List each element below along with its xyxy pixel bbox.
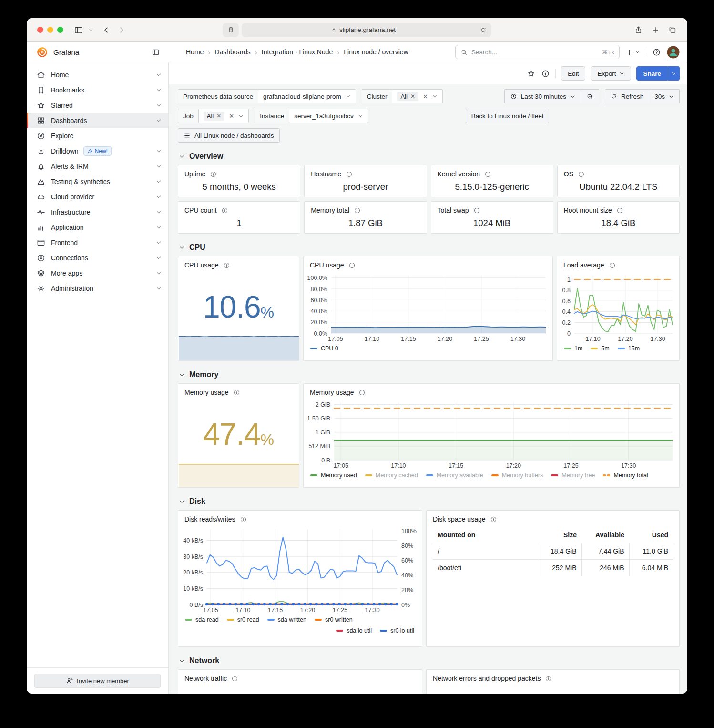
info-icon[interactable] xyxy=(616,207,623,214)
sidebar-item-connections[interactable]: Connections xyxy=(27,250,168,266)
edit-button[interactable]: Edit xyxy=(561,66,585,81)
legend-item[interactable]: sr0 read xyxy=(227,616,259,623)
help-icon[interactable] xyxy=(652,48,661,57)
table-header[interactable]: Mounted on xyxy=(433,527,538,543)
chevron-down-icon[interactable] xyxy=(156,87,162,93)
chevron-down-icon[interactable] xyxy=(156,225,162,230)
info-icon[interactable] xyxy=(231,675,238,682)
share-menu-button[interactable] xyxy=(668,66,680,81)
legend-item[interactable]: Memory total xyxy=(603,472,648,479)
toggle-sidebar-icon[interactable] xyxy=(151,48,160,57)
clear-icon[interactable]: ✕ xyxy=(423,93,428,100)
legend-item[interactable]: sr0 written xyxy=(315,616,353,623)
add-new-button[interactable] xyxy=(625,48,640,56)
chevron-down-icon[interactable] xyxy=(156,164,162,169)
refresh-button[interactable]: Refresh xyxy=(605,89,649,103)
table-header[interactable]: Used xyxy=(629,527,673,543)
reader-view-button[interactable] xyxy=(223,23,239,37)
search-input[interactable]: Search... ⌘+k xyxy=(455,45,620,59)
legend-item[interactable]: sda written xyxy=(267,616,306,623)
new-tab-icon[interactable] xyxy=(651,26,660,34)
refresh-interval-select[interactable]: 30s xyxy=(649,89,680,103)
avatar[interactable] xyxy=(667,46,680,59)
job-select[interactable]: All✕ ✕ xyxy=(198,109,249,123)
legend-item[interactable]: sda read xyxy=(185,616,219,623)
table-header[interactable]: Size xyxy=(538,527,581,543)
legend-item[interactable]: 1m xyxy=(564,345,582,352)
chevron-down-icon[interactable] xyxy=(156,179,162,185)
sidebar-item-testing-synthetics[interactable]: Testing & synthetics xyxy=(27,174,168,189)
share-page-icon[interactable] xyxy=(634,25,643,34)
sidebar-item-administration[interactable]: Administration xyxy=(27,281,168,296)
address-bar[interactable]: sliplane.grafana.net xyxy=(242,23,491,37)
sidebar-item-alerts-irm[interactable]: Alerts & IRM xyxy=(27,159,168,174)
breadcrumb-integration[interactable]: Integration - Linux Node xyxy=(262,48,333,56)
sidebar-item-application[interactable]: Application xyxy=(27,220,168,235)
disk-rw-chart[interactable]: 0 B/s10 kB/s20 kB/s30 kB/s40 kB/s17:0517… xyxy=(178,525,422,615)
sidebar-item-frontend[interactable]: Frontend xyxy=(27,235,168,250)
legend-item[interactable]: sr0 io util xyxy=(380,627,414,634)
info-icon[interactable] xyxy=(358,389,366,396)
sidebar-item-bookmarks[interactable]: Bookmarks xyxy=(27,82,168,98)
breadcrumb-home[interactable]: Home xyxy=(186,48,204,56)
chevron-down-icon[interactable] xyxy=(156,255,162,261)
reload-icon[interactable] xyxy=(480,27,487,33)
info-icon[interactable] xyxy=(490,516,497,523)
cluster-chip[interactable]: All✕ xyxy=(397,92,418,101)
chevron-down-icon[interactable] xyxy=(156,240,162,246)
back-icon[interactable] xyxy=(102,26,111,34)
info-icon[interactable] xyxy=(609,262,616,269)
time-range-picker[interactable]: Last 30 minutes xyxy=(504,89,581,103)
chevron-down-icon[interactable] xyxy=(156,209,162,215)
browser-sidebar-icon[interactable] xyxy=(74,25,83,35)
clear-icon[interactable]: ✕ xyxy=(229,113,234,120)
info-icon[interactable] xyxy=(473,207,480,214)
legend-item[interactable]: 5m xyxy=(591,345,609,352)
favorite-icon[interactable] xyxy=(527,69,536,78)
sidebar-item-home[interactable]: Home xyxy=(27,67,168,82)
tab-overview-icon[interactable] xyxy=(668,25,677,34)
chevron-down-icon[interactable] xyxy=(156,286,162,291)
section-memory[interactable]: Memory xyxy=(179,370,680,379)
dashboard-info-icon[interactable] xyxy=(541,69,550,78)
chevron-down-icon[interactable] xyxy=(156,103,162,108)
close-window-button[interactable] xyxy=(37,27,43,33)
instance-select[interactable]: server_1a3ufgsoibcv xyxy=(289,109,368,123)
sidebar-item-drilldown[interactable]: DrilldownNew! xyxy=(27,144,168,159)
legend-item[interactable]: Memory available xyxy=(426,472,483,479)
breadcrumb-dashboards[interactable]: Dashboards xyxy=(214,48,251,56)
info-icon[interactable] xyxy=(348,262,356,269)
info-icon[interactable] xyxy=(221,207,228,214)
section-cpu[interactable]: CPU xyxy=(179,243,680,252)
info-icon[interactable] xyxy=(484,171,491,178)
section-overview[interactable]: Overview xyxy=(179,152,680,161)
sidebar-item-infrastructure[interactable]: Infrastructure xyxy=(27,205,168,220)
chevron-down-icon[interactable] xyxy=(156,194,162,200)
legend-item[interactable]: Memory free xyxy=(551,472,595,479)
info-icon[interactable] xyxy=(210,171,217,178)
sidebar-item-more-apps[interactable]: More apps xyxy=(27,266,168,281)
cluster-select[interactable]: All✕ ✕ xyxy=(392,89,442,103)
chevron-down-icon[interactable] xyxy=(88,27,93,32)
sidebar-item-explore[interactable]: Explore xyxy=(27,128,168,144)
back-to-fleet-button[interactable]: Back to Linux node / fleet xyxy=(466,109,550,123)
cpu-usage-chart[interactable]: 0.0%20.0%40.0%60.0%80.0%100.0%17:0517:10… xyxy=(304,271,552,344)
section-disk[interactable]: Disk xyxy=(179,497,680,506)
chevron-down-icon[interactable] xyxy=(156,270,162,276)
load-average-chart[interactable]: 00.20.40.60.8117:1017:2017:30 xyxy=(557,271,679,344)
legend-item[interactable]: sda io util xyxy=(336,627,372,634)
job-chip[interactable]: All✕ xyxy=(204,112,225,121)
info-icon[interactable] xyxy=(240,516,247,523)
info-icon[interactable] xyxy=(346,171,353,178)
info-icon[interactable] xyxy=(578,171,585,178)
info-icon[interactable] xyxy=(223,262,230,269)
chevron-down-icon[interactable] xyxy=(156,148,162,154)
share-button[interactable]: Share xyxy=(636,66,668,81)
all-dashboards-link[interactable]: All Linux node / dashboards xyxy=(178,128,280,143)
info-icon[interactable] xyxy=(545,675,552,682)
minimize-window-button[interactable] xyxy=(47,27,53,33)
grafana-logo[interactable] xyxy=(36,46,48,58)
info-icon[interactable] xyxy=(354,207,361,214)
invite-new-member-button[interactable]: Invite new member xyxy=(34,674,161,688)
table-header[interactable]: Available xyxy=(581,527,629,543)
